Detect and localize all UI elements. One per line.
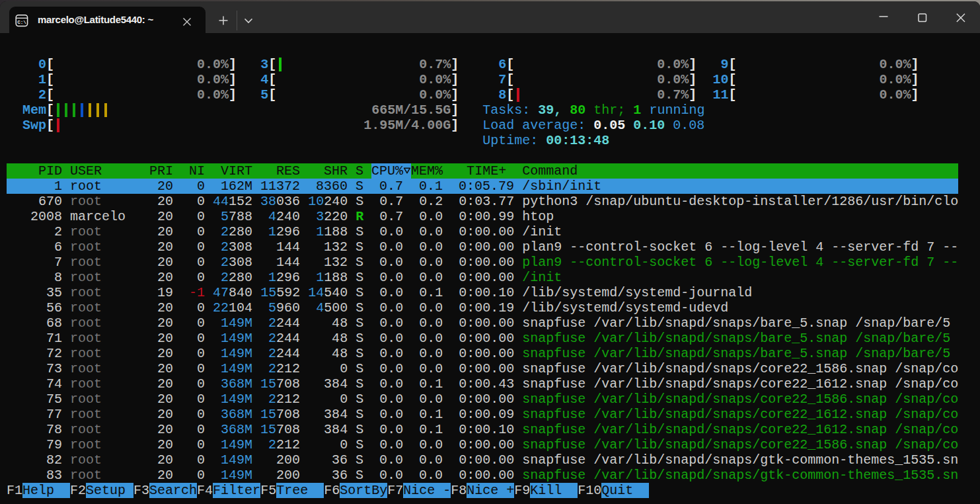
svg-text:C:\: C:\ — [17, 20, 26, 25]
